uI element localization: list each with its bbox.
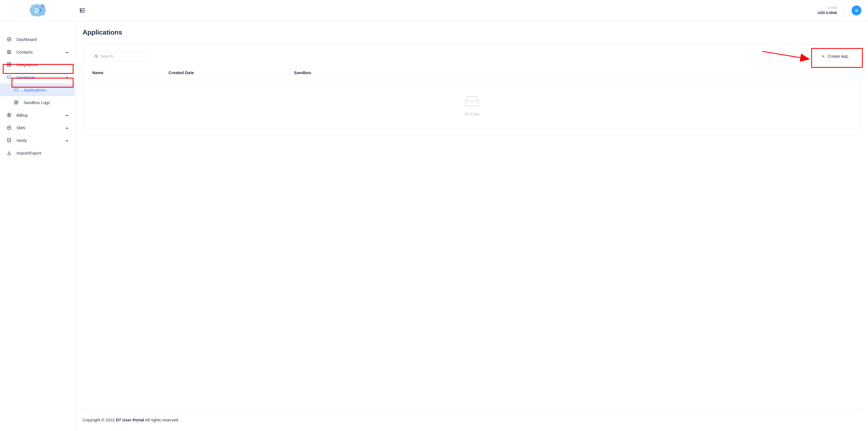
sms-icon [7, 125, 11, 130]
credit-block: Credit USD 0.0846 [817, 4, 844, 17]
empty-state: No Data [89, 80, 855, 128]
sidebar-item-label: Sandbox Logs [24, 100, 69, 105]
sidebar-subitem-applications[interactable]: Applications [0, 84, 75, 96]
sidebar-item-label: Import/Export [17, 151, 69, 155]
sidebar-item-sms[interactable]: SMS [0, 121, 75, 134]
integrations-icon [7, 62, 11, 67]
sidebar-item-developer[interactable]: Developer [0, 71, 75, 84]
sidebar-item-label: SMS [17, 125, 60, 130]
credit-value: USD 0.0846 [817, 10, 837, 16]
sidebar-item-integrations[interactable]: Integrations [0, 58, 75, 71]
chevron-up-icon [65, 75, 69, 79]
play-square-icon [14, 100, 19, 105]
create-app-button[interactable]: Create App [815, 51, 855, 61]
svg-line-23 [97, 57, 98, 58]
svg-rect-11 [10, 65, 11, 66]
create-app-label: Create App [828, 54, 848, 59]
sidebar-item-contacts[interactable]: Contacts [0, 45, 75, 58]
svg-rect-9 [10, 63, 11, 64]
svg-rect-12 [7, 76, 11, 79]
credit-label: Credit [817, 5, 837, 10]
sidebar-toggle-icon[interactable] [79, 7, 85, 14]
applications-card: Create App Name Created Date Sandbox No … [83, 44, 861, 135]
topbar-right: Credit USD 0.0846 S [75, 4, 861, 17]
search-icon [94, 54, 98, 59]
svg-rect-8 [7, 63, 8, 64]
svg-point-20 [10, 127, 10, 128]
logo-container: D 7 [0, 3, 75, 18]
search-input[interactable] [100, 54, 145, 59]
brand-logo[interactable]: D 7 [28, 3, 48, 18]
svg-text:D: D [35, 7, 39, 14]
terminal-icon [7, 75, 11, 80]
plus-icon [821, 54, 825, 58]
chevron-down-icon [65, 138, 69, 142]
sidebar-item-label: Contacts [17, 50, 60, 54]
svg-point-18 [8, 127, 8, 128]
svg-point-19 [9, 127, 9, 128]
topbar: D 7 Credit USD 0.0846 [0, 0, 868, 21]
svg-point-7 [9, 52, 10, 53]
chevron-down-icon [65, 126, 69, 129]
sidebar-item-dashboard[interactable]: Dashboard [0, 33, 75, 45]
main-content: Applications Create App [75, 21, 868, 431]
column-name: Name [92, 70, 168, 75]
svg-marker-15 [16, 101, 17, 103]
cloud-icon [14, 87, 19, 92]
billing-icon [7, 113, 11, 118]
column-created: Created Date [168, 70, 289, 75]
sidebar-item-verify[interactable]: Verify [0, 134, 75, 147]
footer-suffix: All rights reserved. [144, 418, 180, 422]
footer-brand: D7 User Portal [116, 418, 144, 422]
svg-text:7: 7 [39, 8, 42, 14]
sidebar-item-label: Applications [24, 88, 69, 92]
empty-text: No Data [464, 112, 479, 116]
footer-prefix: Copyright © 2022 [83, 418, 116, 422]
verify-icon [7, 138, 11, 143]
avatar-initial: S [855, 8, 858, 12]
column-actions [381, 70, 855, 75]
card-toolbar: Create App [83, 51, 861, 65]
dashboard-icon [7, 37, 11, 42]
sidebar-item-billing[interactable]: Billing [0, 109, 75, 121]
sidebar-item-label: Integrations [17, 62, 69, 67]
avatar[interactable]: S [851, 5, 861, 16]
svg-rect-10 [7, 65, 8, 66]
chevron-down-icon [65, 50, 69, 54]
sidebar-item-label: Developer [17, 75, 60, 80]
import-export-icon [7, 150, 11, 155]
sidebar-item-label: Verify [17, 138, 60, 143]
page-title: Applications [83, 29, 861, 36]
svg-rect-6 [7, 51, 11, 54]
sidebar-subitem-sandbox-logs[interactable]: Sandbox Logs [0, 96, 75, 109]
sidebar-item-label: Dashboard [17, 37, 69, 42]
contacts-icon [7, 50, 11, 54]
svg-rect-21 [7, 138, 11, 142]
search-input-wrap[interactable] [89, 51, 149, 61]
empty-icon [464, 95, 480, 106]
table-header: Name Created Date Sandbox [83, 65, 861, 80]
sidebar-item-label: Billing [17, 113, 60, 118]
sidebar-item-import-export[interactable]: Import/Export [0, 147, 75, 159]
column-sandbox: Sandbox [289, 70, 381, 75]
footer: Copyright © 2022 D7 User Portal All righ… [83, 409, 861, 422]
sidebar: Dashboard Contacts [0, 21, 75, 431]
chevron-down-icon [65, 113, 69, 117]
